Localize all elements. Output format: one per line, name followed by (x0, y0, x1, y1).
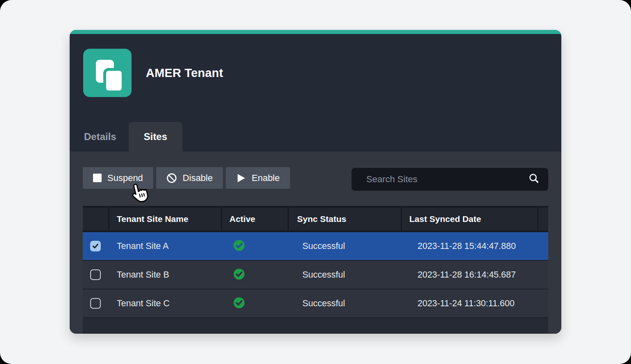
active-check-icon (233, 297, 245, 310)
suspend-button[interactable]: Suspend (83, 167, 153, 189)
tenant-card: AMER Tenant Details Sites Suspend (70, 30, 561, 334)
active-check-icon (233, 268, 245, 282)
table-header-row: Tenant Site Name Active Sync Status Last… (83, 206, 548, 232)
header-last-synced-date: Last Synced Date (402, 208, 537, 231)
tenant-site-name-cell: Tenant Site A (109, 241, 221, 251)
table-row[interactable]: Tenant Site A Successful 2023-11-28 15:4… (83, 232, 548, 261)
disable-button[interactable]: Disable (156, 167, 223, 189)
table-body: Tenant Site A Successful 2023-11-28 15:4… (83, 232, 548, 318)
page-background: AMER Tenant Details Sites Suspend (0, 0, 631, 364)
sites-tab-panel: Suspend Disable (70, 151, 561, 334)
row-checkbox[interactable] (90, 298, 101, 309)
active-cell (222, 268, 288, 282)
tab-sites[interactable]: Sites (129, 122, 182, 151)
sync-status-cell: Successful (289, 241, 401, 251)
header-sync-status: Sync Status (289, 208, 401, 231)
active-check-icon (233, 240, 245, 253)
header-trailing-cell (538, 208, 548, 231)
copy-squares-icon (83, 49, 132, 97)
header-tenant-site-name: Tenant Site Name (109, 208, 221, 231)
suspend-button-label: Suspend (107, 173, 143, 183)
row-checkbox[interactable] (90, 241, 101, 251)
sync-status-cell: Successful (289, 298, 401, 309)
tenant-site-name-cell: Tenant Site C (109, 298, 221, 309)
tenant-site-name-cell: Tenant Site B (109, 270, 221, 280)
prohibition-icon (166, 173, 177, 183)
active-cell (222, 297, 288, 310)
stop-square-icon (93, 174, 102, 182)
header-checkbox-cell (83, 208, 108, 231)
tab-bar: Details Sites (84, 122, 182, 151)
last-synced-date-cell: 2023-11-28 15:44:47.880 (402, 241, 537, 251)
search-input[interactable] (365, 174, 528, 185)
enable-button-label: Enable (252, 173, 280, 183)
active-cell (222, 240, 288, 253)
header-active: Active (222, 208, 288, 231)
sites-table: Tenant Site Name Active Sync Status Last… (83, 206, 548, 334)
table-row[interactable]: Tenant Site B Successful 2023-11-28 16:1… (83, 261, 548, 289)
copy-square-front (103, 68, 125, 93)
tab-details[interactable]: Details (84, 122, 129, 151)
card-accent-bar (70, 30, 561, 34)
search-box (352, 168, 548, 191)
play-icon (236, 173, 246, 183)
row-checkbox-cell (83, 269, 108, 280)
last-synced-date-cell: 2023-11-28 16:14:45.687 (402, 270, 537, 280)
enable-button[interactable]: Enable (226, 167, 290, 189)
row-checkbox[interactable] (90, 269, 101, 280)
page-title: AMER Tenant (146, 66, 223, 80)
search-icon[interactable] (528, 172, 540, 186)
disable-button-label: Disable (183, 173, 213, 183)
toolbar: Suspend Disable (83, 167, 290, 189)
sync-status-cell: Successful (289, 270, 401, 280)
row-checkbox-cell (83, 298, 108, 309)
row-checkbox-cell (83, 241, 108, 251)
table-row[interactable]: Tenant Site C Successful 2023-11-24 11:3… (83, 289, 548, 318)
last-synced-date-cell: 2023-11-24 11:30:11.600 (402, 298, 537, 309)
card-header: AMER Tenant (70, 34, 561, 99)
